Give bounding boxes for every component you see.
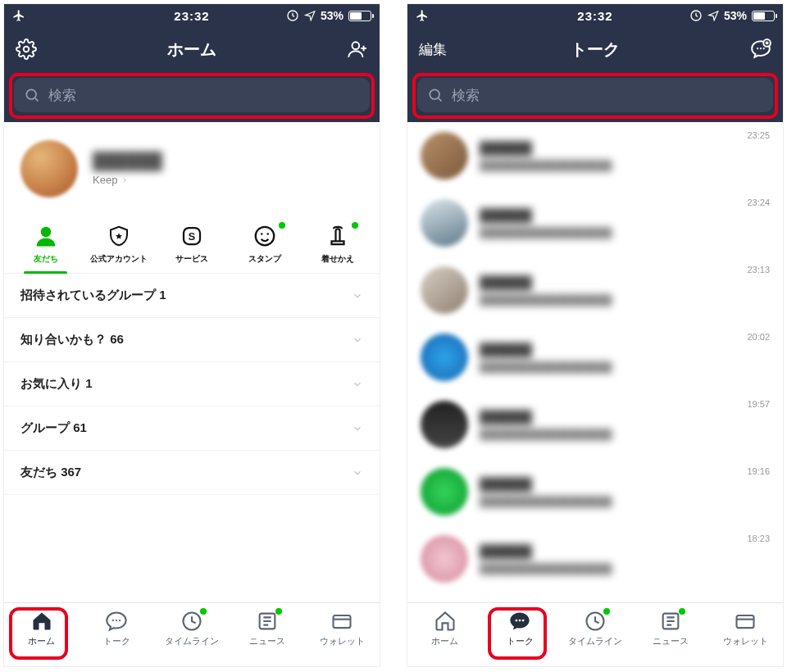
notification-dot	[603, 608, 610, 615]
avatar	[421, 266, 468, 314]
chat-preview: ███████████████████	[480, 361, 770, 373]
chat-preview: ███████████████████	[480, 160, 770, 171]
nav-header-home: ホーム	[4, 27, 380, 71]
tab-home[interactable]: ホーム	[407, 610, 483, 647]
section-rows: 招待されているグループ 1 知り合いかも？ 66 お気に入り 1 グループ 61…	[4, 274, 380, 495]
page-title: トーク	[407, 39, 783, 61]
chat-row[interactable]: █████████████████████████19:57	[407, 391, 783, 458]
notification-dot	[275, 608, 282, 615]
chat-row[interactable]: █████████████████████████23:24	[407, 189, 783, 257]
category-tabs: 友だち 公式アカウント S サービス スタンプ 着せかえ	[4, 216, 380, 274]
status-time: 23:32	[407, 9, 783, 23]
avatar	[421, 535, 468, 583]
chat-name: ██████	[480, 275, 770, 289]
status-time: 23:32	[4, 9, 380, 23]
chevron-down-icon	[352, 290, 363, 302]
row-invited-groups[interactable]: 招待されているグループ 1	[4, 274, 380, 318]
notification-dot	[279, 222, 285, 229]
tab-bar: ホーム トーク タイムライン ニュース ウォレット	[4, 602, 380, 666]
keep-link[interactable]: Keep	[93, 174, 162, 186]
notification-dot	[679, 608, 685, 615]
cat-friends[interactable]: 友だち	[9, 219, 82, 273]
avatar	[421, 401, 468, 448]
home-content: ██████ Keep 友だち 公式アカウント S サービス	[4, 122, 380, 602]
news-icon	[659, 610, 682, 633]
svg-point-24	[522, 620, 525, 622]
search-icon	[427, 87, 444, 103]
avatar	[421, 334, 468, 381]
tab-wallet[interactable]: ウォレット	[707, 610, 783, 647]
svg-point-21	[430, 89, 439, 99]
cat-stamp[interactable]: スタンプ	[229, 219, 302, 273]
search-placeholder: 検索	[48, 86, 76, 105]
cat-official[interactable]: 公式アカウント	[82, 219, 155, 273]
shield-star-icon	[107, 224, 131, 248]
row-favorites[interactable]: お気に入り 1	[4, 362, 380, 406]
search-input[interactable]: 検索	[14, 78, 370, 112]
chevron-down-icon	[352, 467, 363, 479]
phone-talk: 23:32 53% 編集 トーク 検索 ████████████████████…	[407, 3, 784, 667]
home-icon	[434, 610, 457, 633]
chat-row[interactable]: █████████████████████████23:25	[407, 122, 783, 189]
tab-wallet[interactable]: ウォレット	[304, 610, 380, 647]
row-maybe-know[interactable]: 知り合いかも？ 66	[4, 318, 380, 362]
svg-point-11	[116, 620, 117, 621]
search-icon	[24, 87, 40, 103]
chevron-down-icon	[352, 334, 363, 346]
chat-row[interactable]: █████████████████████████23:13	[407, 257, 783, 324]
row-groups[interactable]: グループ 61	[4, 406, 380, 451]
chat-preview: ███████████████████	[480, 227, 770, 238]
chat-row[interactable]: █████████████████████████18:23	[407, 525, 783, 593]
chat-preview: ███████████████████	[480, 496, 770, 507]
brush-icon	[325, 224, 350, 248]
svg-point-7	[256, 227, 275, 246]
news-icon	[256, 610, 279, 633]
svg-point-23	[519, 620, 521, 622]
battery-icon	[348, 11, 371, 21]
wallet-icon	[734, 610, 757, 633]
chat-name: ██████	[480, 477, 770, 491]
tab-timeline[interactable]: タイムライン	[557, 610, 633, 647]
chat-icon	[508, 610, 531, 633]
svg-rect-15	[334, 615, 351, 628]
tab-news[interactable]: ニュース	[633, 610, 708, 647]
tab-talk[interactable]: トーク	[483, 610, 558, 647]
chat-time: 20:02	[747, 332, 770, 342]
search-placeholder: 検索	[452, 86, 480, 105]
search-input[interactable]: 検索	[417, 78, 773, 112]
chat-time: 23:13	[747, 265, 770, 275]
smile-icon	[252, 224, 277, 248]
chat-time: 18:23	[747, 534, 770, 543]
tab-timeline[interactable]: タイムライン	[154, 610, 230, 647]
tab-bar: ホーム トーク タイムライン ニュース ウォレット	[407, 602, 783, 666]
chevron-down-icon	[352, 379, 363, 390]
chat-name: ██████	[480, 141, 770, 155]
person-icon	[34, 224, 58, 248]
svg-point-10	[112, 620, 114, 621]
chat-time: 23:24	[747, 198, 770, 207]
chat-name: ██████	[480, 208, 770, 222]
cat-services[interactable]: S サービス	[155, 219, 228, 273]
cat-theme[interactable]: 着せかえ	[302, 219, 375, 273]
avatar	[20, 140, 78, 198]
page-title: ホーム	[4, 39, 380, 61]
profile-row[interactable]: ██████ Keep	[4, 122, 380, 216]
tab-news[interactable]: ニュース	[230, 610, 305, 647]
chat-preview: ███████████████████	[480, 294, 770, 306]
wallet-icon	[330, 610, 353, 633]
tab-home[interactable]: ホーム	[4, 610, 80, 647]
chat-preview: ███████████████████	[480, 563, 770, 574]
tab-talk[interactable]: トーク	[80, 610, 155, 647]
nav-header-talk: 編集 トーク	[407, 27, 783, 71]
chat-time: 19:57	[747, 399, 770, 409]
notification-dot	[200, 608, 207, 615]
battery-icon	[752, 11, 775, 21]
phone-home: 23:32 53% ホーム 検索 ██████ Keep	[3, 3, 380, 667]
chat-icon	[105, 610, 128, 633]
svg-point-4	[40, 227, 51, 238]
row-friends[interactable]: 友だち 367	[4, 451, 380, 495]
chat-name: ██████	[480, 343, 770, 356]
chat-row[interactable]: █████████████████████████19:16	[407, 458, 783, 525]
svg-point-8	[261, 233, 263, 235]
chat-row[interactable]: █████████████████████████20:02	[407, 324, 783, 391]
